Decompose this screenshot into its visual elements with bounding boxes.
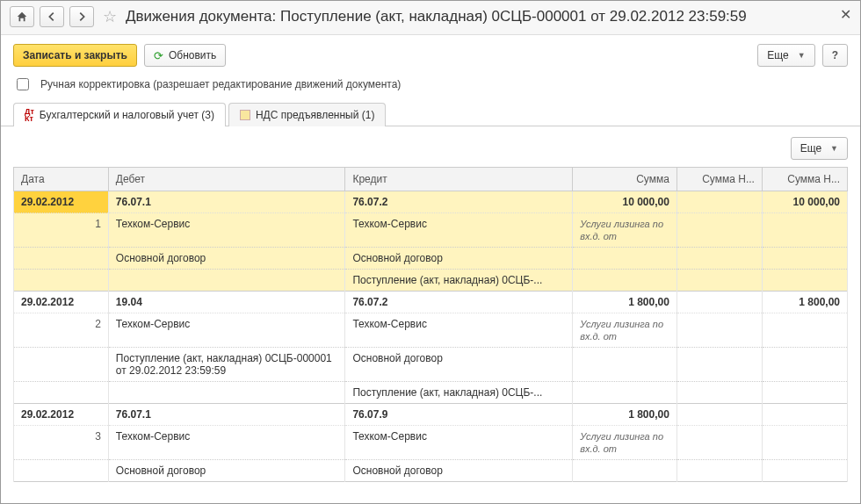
sub-more-label: Еще (800, 142, 821, 155)
manual-edit-checkbox[interactable] (17, 78, 29, 90)
cell-empty (676, 382, 762, 404)
col-sumn2[interactable]: Сумма Н... (762, 168, 847, 191)
table-row[interactable]: Поступление (акт, накладная) 0СЦБ-000001… (14, 348, 848, 382)
help-label: ? (832, 49, 838, 61)
more-button[interactable]: Еще ▼ (757, 44, 814, 67)
col-credit[interactable]: Кредит (345, 168, 573, 191)
cell-empty (676, 313, 762, 348)
cell-row-number: 2 (14, 313, 109, 348)
table-row[interactable]: Поступление (акт, накладная) 0СЦБ-... (14, 270, 848, 292)
refresh-label: Обновить (169, 49, 216, 61)
cell-empty (676, 426, 762, 460)
cell-empty (762, 460, 847, 482)
cell-credit-detail: Основной договор (345, 248, 573, 270)
refresh-button[interactable]: ⟳ Обновить (144, 44, 226, 67)
cell-empty (14, 460, 109, 482)
cell-date: 29.02.2012 (14, 292, 109, 313)
cell-empty (762, 382, 847, 404)
table-row[interactable]: 29.02.201276.07.176.07.91 800,00 (14, 404, 848, 426)
cell-credit-detail: Техком-Сервис (345, 213, 573, 248)
cell-note: Услуги лизинга по вх.д. от (573, 213, 677, 248)
cell-debit-detail: Основной договор (108, 460, 345, 482)
cell-sum: 1 800,00 (573, 404, 677, 426)
home-button[interactable] (10, 6, 34, 27)
cell-credit-account: 76.07.2 (345, 191, 573, 213)
cell-empty (573, 382, 677, 404)
tab-accounting-label: Бухгалтерский и налоговый учет (3) (40, 109, 214, 121)
cell-credit-detail: Поступление (акт, накладная) 0СЦБ-... (345, 270, 573, 292)
tab-vat[interactable]: НДС предъявленный (1) (228, 103, 386, 126)
manual-edit-label: Ручная корректировка (разрешает редактир… (40, 78, 401, 90)
cell-debit-account: 19.04 (108, 292, 345, 313)
table-row[interactable]: Основной договорОсновной договор (14, 248, 848, 270)
cell-empty (762, 426, 847, 460)
window-title: Движения документа: Поступление (акт, на… (126, 8, 747, 25)
cell-date: 29.02.2012 (14, 404, 109, 426)
cell-empty (762, 313, 847, 348)
col-sumn1[interactable]: Сумма Н... (676, 168, 762, 191)
cell-empty (676, 348, 762, 382)
cell-debit-account: 76.07.1 (108, 404, 345, 426)
cell-note: Услуги лизинга по вх.д. от (573, 313, 677, 348)
cell-row-number: 1 (14, 213, 109, 248)
cell-empty (762, 248, 847, 270)
sub-more-button[interactable]: Еще ▼ (791, 137, 848, 160)
cell-debit-account: 76.07.1 (108, 191, 345, 213)
cell-sumn2 (762, 404, 847, 426)
cell-debit-detail (108, 382, 345, 404)
cell-empty (573, 270, 677, 292)
cell-empty (676, 213, 762, 248)
cell-credit-account: 76.07.2 (345, 292, 573, 313)
cell-debit-detail: Поступление (акт, накладная) 0СЦБ-000001… (108, 348, 345, 382)
table-row[interactable]: 1Техком-СервисТехком-СервисУслуги лизинг… (14, 213, 848, 248)
tab-vat-label: НДС предъявленный (1) (256, 109, 374, 121)
debit-credit-icon: ДтКт (25, 108, 34, 122)
refresh-icon: ⟳ (154, 49, 163, 62)
vat-icon (240, 110, 250, 120)
col-sum[interactable]: Сумма (573, 168, 677, 191)
cell-credit-detail: Техком-Сервис (345, 313, 573, 348)
cell-sumn2: 10 000,00 (762, 191, 847, 213)
cell-empty (762, 270, 847, 292)
cell-credit-account: 76.07.9 (345, 404, 573, 426)
cell-credit-detail: Техком-Сервис (345, 426, 573, 460)
save-close-button[interactable]: Записать и закрыть (13, 44, 137, 67)
col-date[interactable]: Дата (14, 168, 109, 191)
save-close-label: Записать и закрыть (23, 49, 127, 61)
cell-sumn1 (676, 191, 762, 213)
table-row[interactable]: Основной договорОсновной договор (14, 460, 848, 482)
chevron-down-icon: ▼ (798, 51, 806, 60)
cell-sumn2: 1 800,00 (762, 292, 847, 313)
table-row[interactable]: 3Техком-СервисТехком-СервисУслуги лизинг… (14, 426, 848, 460)
table-row[interactable]: 2Техком-СервисТехком-СервисУслуги лизинг… (14, 313, 848, 348)
back-button[interactable] (40, 6, 64, 27)
cell-empty (573, 248, 677, 270)
cell-empty (14, 248, 109, 270)
table-row[interactable]: Поступление (акт, накладная) 0СЦБ-... (14, 382, 848, 404)
cell-debit-detail: Техком-Сервис (108, 426, 345, 460)
help-button[interactable]: ? (822, 44, 848, 67)
cell-empty (14, 348, 109, 382)
cell-credit-detail: Поступление (акт, накладная) 0СЦБ-... (345, 382, 573, 404)
cell-sumn1 (676, 292, 762, 313)
cell-empty (573, 460, 677, 482)
close-icon[interactable]: ✕ (840, 6, 851, 23)
favorite-star-icon[interactable]: ☆ (103, 7, 117, 26)
cell-empty (762, 348, 847, 382)
cell-sum: 10 000,00 (573, 191, 677, 213)
cell-empty (573, 348, 677, 382)
cell-sumn1 (676, 404, 762, 426)
table-row[interactable]: 29.02.201276.07.176.07.210 000,0010 000,… (14, 191, 848, 213)
cell-note: Услуги лизинга по вх.д. от (573, 426, 677, 460)
cell-debit-detail: Техком-Сервис (108, 313, 345, 348)
cell-credit-detail: Основной договор (345, 460, 573, 482)
tab-accounting[interactable]: ДтКт Бухгалтерский и налоговый учет (3) (13, 103, 226, 126)
cell-empty (676, 248, 762, 270)
col-debit[interactable]: Дебет (108, 168, 345, 191)
more-label: Еще (767, 49, 788, 61)
cell-debit-detail: Основной договор (108, 248, 345, 270)
forward-button[interactable] (69, 6, 94, 27)
table-row[interactable]: 29.02.201219.0476.07.21 800,001 800,00 (14, 292, 848, 313)
chevron-down-icon: ▼ (830, 144, 838, 153)
cell-empty (14, 270, 109, 292)
